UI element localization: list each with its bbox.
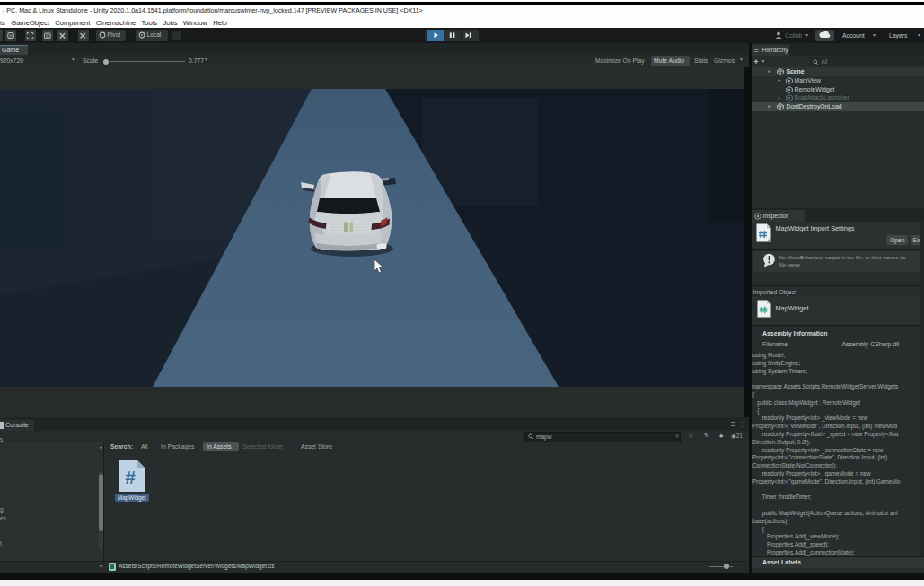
svg-text:#: # <box>125 467 136 487</box>
